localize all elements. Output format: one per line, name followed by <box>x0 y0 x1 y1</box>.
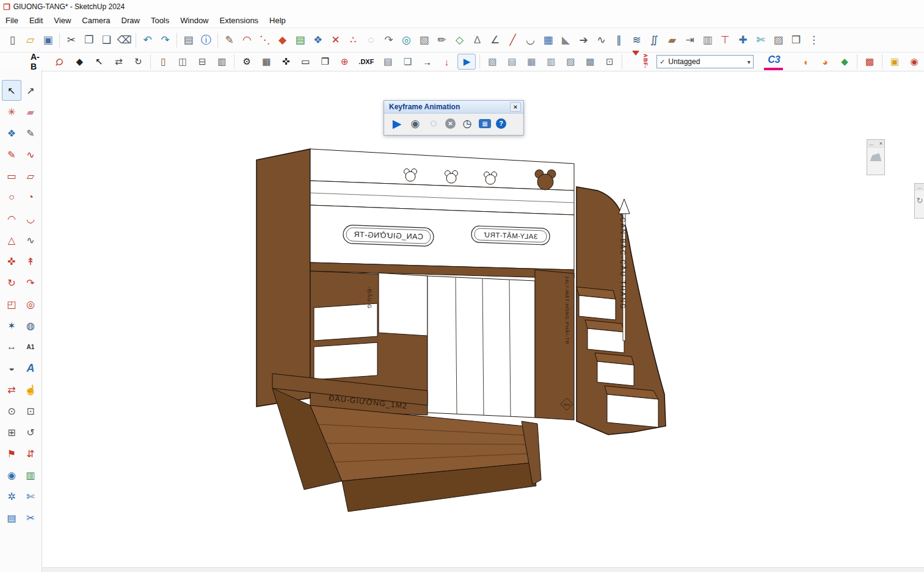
ext-sweep-arrow-tool[interactable]: ↷ <box>380 32 397 49</box>
gold-box-button[interactable]: ▣ <box>886 54 903 69</box>
component-tool[interactable]: ❖ <box>2 123 21 143</box>
previous-view-tool[interactable]: ↺ <box>21 422 40 443</box>
rectangle-button[interactable]: ▭ <box>297 54 314 69</box>
rectangle-tool[interactable]: ▭ <box>2 165 21 186</box>
view-front-button[interactable]: ▦ <box>523 54 540 69</box>
ext-arc-points-tool[interactable]: ◠ <box>239 32 255 49</box>
zoom-window-tool[interactable]: ⊡ <box>21 400 40 421</box>
section-plane-tool[interactable]: ▥ <box>21 465 40 485</box>
menu-camera[interactable]: Camera <box>76 15 115 26</box>
video-export-button[interactable]: ▶ <box>457 54 476 70</box>
menu-edit[interactable]: Edit <box>24 15 48 26</box>
new-button[interactable]: ▯ <box>4 32 21 49</box>
ext-cloud-tool[interactable]: ◌ <box>363 32 379 49</box>
dimension-tool[interactable]: A1 <box>21 336 40 357</box>
view-back-button[interactable]: ▨ <box>562 54 579 69</box>
ext-plank-tool[interactable]: ▰ <box>664 32 680 49</box>
menu-draw[interactable]: Draw <box>116 15 145 26</box>
ext-pencil-cube-tool[interactable]: ✎ <box>221 32 238 49</box>
bone-tool-button[interactable]: ◖ <box>797 54 814 69</box>
text-3d-tool[interactable]: A <box>21 358 40 378</box>
open-button[interactable]: ▱ <box>22 32 38 49</box>
settings-gear-button[interactable]: ⚙ <box>238 54 255 69</box>
print-button[interactable]: ▤ <box>180 32 197 49</box>
ext-frame-tool[interactable]: ❒ <box>788 32 804 49</box>
menu-window[interactable]: Window <box>175 15 214 26</box>
ext-angle-tool[interactable]: ∠ <box>487 32 503 49</box>
menu-extensions[interactable]: Extensions <box>214 15 264 26</box>
zoom-extents-tool[interactable]: ⊞ <box>2 422 21 443</box>
copy-stack-button[interactable]: ❏ <box>399 54 416 69</box>
flip-button[interactable]: ⇄ <box>110 54 127 69</box>
push-pull-tool[interactable]: ↟ <box>21 251 40 272</box>
ext-point-set-tool[interactable]: ∴ <box>345 32 362 49</box>
protractor-tool[interactable]: ◒ <box>2 358 21 378</box>
ext-layered-panels-tool[interactable]: ❖ <box>310 32 326 49</box>
ext-pencil-angle-tool[interactable]: ✏ <box>434 32 450 49</box>
crosshair-button[interactable]: ⊕ <box>336 54 353 69</box>
intersect-tool[interactable]: ✶ <box>2 315 21 336</box>
bezier-tool[interactable]: ∿ <box>21 230 40 250</box>
outer-shell-tool[interactable]: ◍ <box>21 315 40 336</box>
abf-plugin-button[interactable]: ABF- <box>642 54 649 70</box>
move-tool[interactable]: ✜ <box>2 251 21 272</box>
rotate-tool[interactable]: ↻ <box>2 272 21 293</box>
menu-file[interactable]: File <box>0 15 24 26</box>
position-camera-tool[interactable]: ⚑ <box>2 443 21 464</box>
ext-green-stack-tool[interactable]: ▤ <box>292 32 308 49</box>
arc-tool[interactable]: ◠ <box>2 208 21 229</box>
cut-button[interactable]: ✂ <box>63 32 79 49</box>
shape-pencil-tool[interactable]: ✎ <box>21 123 40 143</box>
ext-ripple-tool[interactable]: ≋ <box>628 32 645 49</box>
select-cursor-button[interactable]: ↖ <box>90 54 107 69</box>
export-video-button[interactable]: ▦ <box>479 119 491 128</box>
freehand-tool[interactable]: ✎ <box>2 144 21 165</box>
panel-tool-button[interactable]: ◫ <box>174 54 191 69</box>
select-plus-tool[interactable]: ↗ <box>21 80 40 101</box>
walk-tool[interactable]: ⇵ <box>21 443 40 464</box>
ext-red-line-tool[interactable]: ╱ <box>504 32 521 49</box>
download-button[interactable]: ↓ <box>438 54 455 69</box>
pie-tool[interactable]: ◔ <box>21 187 40 208</box>
ext-script-tool[interactable]: ∬ <box>646 32 663 49</box>
chevron-down-icon[interactable]: ▾ <box>748 59 751 65</box>
export-arrow-button[interactable]: → <box>418 54 435 69</box>
ext-red-x-tool[interactable]: ✕ <box>327 32 344 49</box>
model-viewport[interactable] <box>42 70 924 568</box>
blue-scissors-tool[interactable]: ✄ <box>21 486 40 507</box>
hand-tool[interactable]: ☝ <box>21 379 40 400</box>
panel-split-button[interactable]: ⊟ <box>194 54 211 69</box>
ext-dots-tool[interactable]: ⋮ <box>806 32 822 49</box>
timing-button[interactable]: ◷ <box>460 117 474 130</box>
layers-tool[interactable]: ▤ <box>2 507 21 528</box>
print-layout-button[interactable]: ▤ <box>379 54 396 69</box>
view-bottom-button[interactable]: ▩ <box>581 54 598 69</box>
menu-view[interactable]: View <box>48 15 76 26</box>
view-top-button[interactable]: ▤ <box>503 54 520 69</box>
rotate-icon[interactable]: ↻ <box>915 196 924 205</box>
view-right-button[interactable]: ▥ <box>542 54 559 69</box>
ext-align-tool[interactable]: ⇥ <box>682 32 698 49</box>
zoom-selection-button[interactable]: ⊡ <box>601 54 618 69</box>
gem-tool-button[interactable]: ◆ <box>836 54 853 69</box>
ext-triangle-tool[interactable]: ∆ <box>469 32 486 49</box>
scale-tool[interactable]: ◰ <box>2 294 21 314</box>
copy-button[interactable]: ❐ <box>81 32 97 49</box>
ext-ramp-tool[interactable]: ◣ <box>558 32 574 49</box>
eraser-tool[interactable]: ▰ <box>21 101 40 122</box>
mini-panel-header[interactable]: ... × <box>867 140 884 148</box>
close-icon[interactable]: × <box>879 140 882 147</box>
circle-tool[interactable]: ○ <box>2 187 21 208</box>
ext-slats-tool[interactable]: ▥ <box>699 32 716 49</box>
save-button[interactable]: ▣ <box>40 32 56 49</box>
ext-arrow-tool[interactable]: ➔ <box>575 32 592 49</box>
ext-wave-tool[interactable]: ∿ <box>593 32 609 49</box>
tag-filter-dropdown[interactable]: ✓ Untagged ▾ <box>657 55 754 68</box>
close-icon[interactable]: × <box>510 102 521 112</box>
paste-button[interactable]: ❑ <box>98 32 115 49</box>
ab-axes-button[interactable]: A-B <box>31 52 45 71</box>
columns-tool-button[interactable]: ▥ <box>213 54 230 69</box>
zoom-tool[interactable]: ⊙ <box>2 400 21 421</box>
look-around-tool[interactable]: ◉ <box>2 465 21 485</box>
ext-pour-tool[interactable]: ◆ <box>274 32 291 49</box>
